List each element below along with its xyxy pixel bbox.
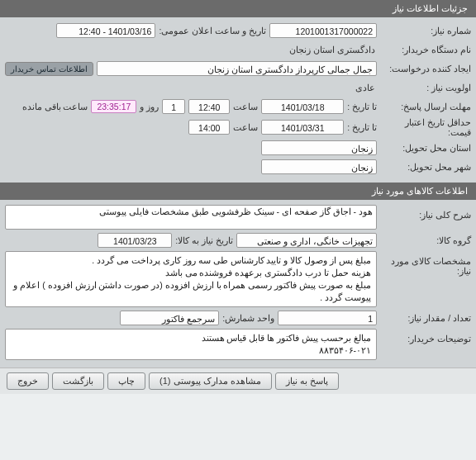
- pub-dt-field: 1401/03/16 - 12:40: [56, 23, 155, 38]
- unit-field: سرجمع فاکتور: [120, 311, 219, 325]
- goods-group-field: تجهیزات خانگی، اداری و صنعتی: [236, 233, 377, 248]
- valid-until-label: تا تاریخ :: [347, 122, 377, 132]
- need-summary-label: شرح کلی نیاز:: [380, 205, 471, 220]
- need-no-label: شماره نیاز:: [380, 26, 471, 36]
- buyer-notes-text: مبالغ برحسب پیش فاکتور ها قابل قیاس هستن…: [5, 329, 377, 360]
- valid-date-field: 1401/03/31: [261, 120, 344, 135]
- need-goods-header: اطلاعات کالاهای مورد نیاز: [0, 183, 476, 200]
- need-goods-body: شرح کلی نیاز: گروه کالا: تجهیزات خانگی، …: [0, 200, 476, 368]
- reply-date-field: 1401/03/18: [261, 99, 344, 114]
- remaining-label: ساعت باقی مانده: [22, 102, 88, 111]
- reply-time-field: 12:40: [188, 99, 230, 114]
- deliver-prov-label: استان محل تحویل:: [380, 143, 471, 153]
- until-label: تا تاریخ :: [347, 102, 377, 111]
- need-details-header: جزئیات اطلاعات نیاز: [0, 0, 476, 17]
- price-valid-label: حداقل تاریخ اعتبار قیمت:: [380, 117, 471, 137]
- buyer-notes-label: توضیحات خریدار:: [380, 329, 471, 344]
- requester-field: جمال جمالی کارپرداز دادگستری استان زنجان: [97, 61, 377, 76]
- need-summary-field: [5, 205, 377, 230]
- pub-dt-label: تاریخ و ساعت اعلان عمومی:: [159, 26, 266, 36]
- spec-text: مبلغ پس از وصول کالا و تایید کارشناس طی …: [5, 251, 377, 307]
- qty-field: 1: [278, 311, 377, 325]
- footer-bar: پاسخ به نیاز مشاهده مدارک پیوستی (1) چاپ…: [0, 368, 476, 394]
- deliver-prov-field: زنجان: [261, 140, 377, 155]
- need-details-body: شماره نیاز: 1201001317000022 تاریخ و ساع…: [0, 17, 476, 183]
- days-and-label: روز و: [140, 102, 159, 111]
- buyer-org-value: دادگستری استان زنجان: [288, 45, 377, 55]
- requester-label: ایجاد کننده درخواست:: [380, 64, 471, 74]
- valid-time-label: ساعت: [233, 122, 258, 132]
- valid-time-field: 14:00: [188, 120, 230, 135]
- reply-button[interactable]: پاسخ به نیاز: [275, 372, 339, 390]
- unit-label: واحد شمارش:: [222, 313, 274, 323]
- priority-label: اولویت نیاز :: [380, 83, 471, 92]
- attachments-button[interactable]: مشاهده مدارک پیوستی (1): [149, 372, 272, 390]
- days-field: 1: [162, 99, 185, 114]
- priority-value: عادی: [354, 83, 377, 92]
- buyer-contact-button[interactable]: اطلاعات تماس خریدار: [5, 62, 93, 76]
- deliver-city-label: شهر محل تحویل:: [380, 162, 471, 172]
- countdown-timer: 23:35:17: [91, 100, 136, 113]
- spec-label: مشخصات کالای مورد نیاز:: [380, 251, 471, 276]
- qty-label: تعداد / مقدار نیاز:: [380, 313, 471, 323]
- back-button[interactable]: بازگشت: [52, 372, 104, 390]
- reply-time-label: ساعت: [233, 102, 258, 111]
- exit-button[interactable]: خروج: [7, 372, 49, 390]
- need-no-field: 1201001317000022: [269, 23, 377, 38]
- reply-deadline-label: مهلت ارسال پاسخ:: [380, 102, 471, 111]
- goods-group-label: گروه کالا:: [380, 235, 471, 245]
- need-by-label: تاریخ نیاز به کالا:: [175, 235, 233, 245]
- print-button[interactable]: چاپ: [107, 372, 145, 390]
- deliver-city-field: زنجان: [261, 159, 377, 174]
- need-by-field: 1401/03/23: [98, 233, 172, 248]
- buyer-org-label: نام دستگاه خریدار:: [380, 45, 471, 55]
